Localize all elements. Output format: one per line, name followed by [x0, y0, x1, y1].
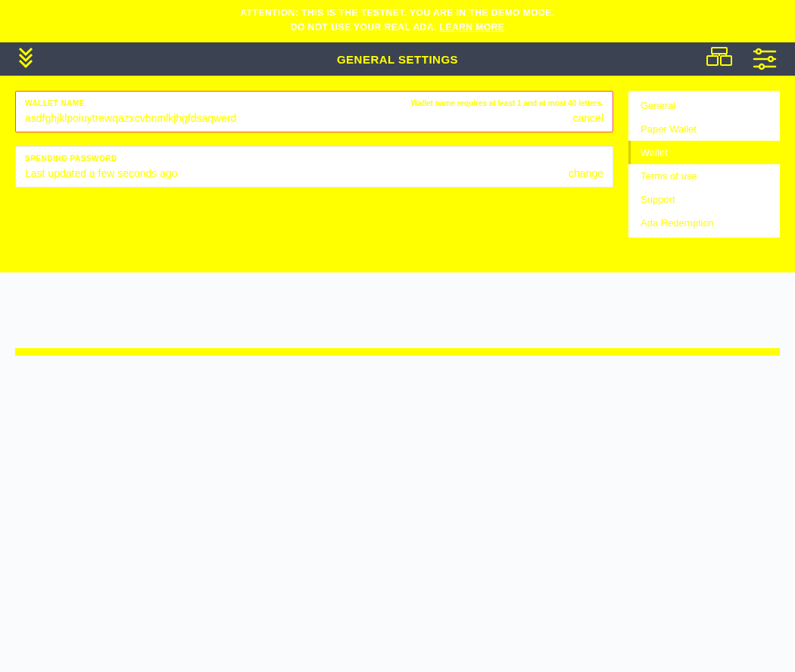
fields-column: WALLET NAME Wallet name requires at leas… [15, 91, 613, 238]
spending-password-value: Last updated a few seconds ago [25, 167, 561, 179]
wallet-name-input[interactable] [25, 112, 566, 124]
settings-nav: General Paper Wallet Wallet Terms of use… [628, 91, 780, 238]
settings-sliders-icon[interactable] [750, 45, 780, 73]
nav-item-wallet[interactable]: Wallet [628, 141, 780, 164]
wallet-name-cancel-button[interactable]: cancel [566, 112, 603, 124]
svg-point-9 [768, 57, 773, 61]
wallet-name-field: WALLET NAME Wallet name requires at leas… [15, 91, 613, 132]
page-title: GENERAL SETTINGS [337, 53, 458, 66]
nav-item-general[interactable]: General [628, 94, 780, 117]
wallets-icon[interactable] [704, 45, 734, 73]
wallet-name-hint: Wallet name requires at least 1 and at m… [411, 99, 603, 107]
spending-password-field: SPENDING PASSWORD Last updated a few sec… [15, 146, 613, 188]
svg-point-11 [759, 64, 764, 69]
svg-point-7 [756, 49, 761, 54]
wallet-name-label: WALLET NAME [25, 99, 85, 107]
nav-item-paper-wallet[interactable]: Paper Wallet [628, 117, 780, 141]
settings-wrapper: WALLET NAME Wallet name requires at leas… [0, 76, 795, 272]
back-arrow-icon[interactable] [15, 45, 38, 73]
spending-password-change-button[interactable]: change [561, 167, 603, 179]
topbar-icons [704, 45, 780, 73]
testnet-banner-line2-prefix: DO NOT USE YOUR REAL ADA. [291, 22, 440, 33]
nav-item-terms-of-use[interactable]: Terms of use [628, 164, 780, 188]
topbar: GENERAL SETTINGS [0, 42, 795, 76]
nav-item-support[interactable]: Support [628, 188, 780, 211]
bottom-accent-strip [15, 348, 780, 356]
wallet-name-label-row: WALLET NAME Wallet name requires at leas… [25, 99, 603, 107]
nav-item-ada-redemption[interactable]: Ada Redemption [628, 211, 780, 235]
wallet-name-value-row: cancel [25, 112, 603, 124]
testnet-banner-line1: ATTENTION: THIS IS THE TESTNET. YOU ARE … [0, 6, 795, 20]
svg-rect-2 [712, 48, 727, 54]
testnet-banner: ATTENTION: THIS IS THE TESTNET. YOU ARE … [0, 0, 795, 42]
testnet-learn-more-link[interactable]: LEARN MORE [440, 22, 505, 33]
svg-rect-1 [721, 56, 731, 65]
spending-password-value-row: Last updated a few seconds ago change [25, 167, 603, 179]
spending-password-label-row: SPENDING PASSWORD [25, 154, 603, 163]
spending-password-label: SPENDING PASSWORD [25, 154, 117, 163]
svg-rect-0 [707, 56, 718, 65]
content-row: WALLET NAME Wallet name requires at leas… [15, 91, 780, 238]
testnet-banner-line2: DO NOT USE YOUR REAL ADA. LEARN MORE [0, 20, 795, 35]
